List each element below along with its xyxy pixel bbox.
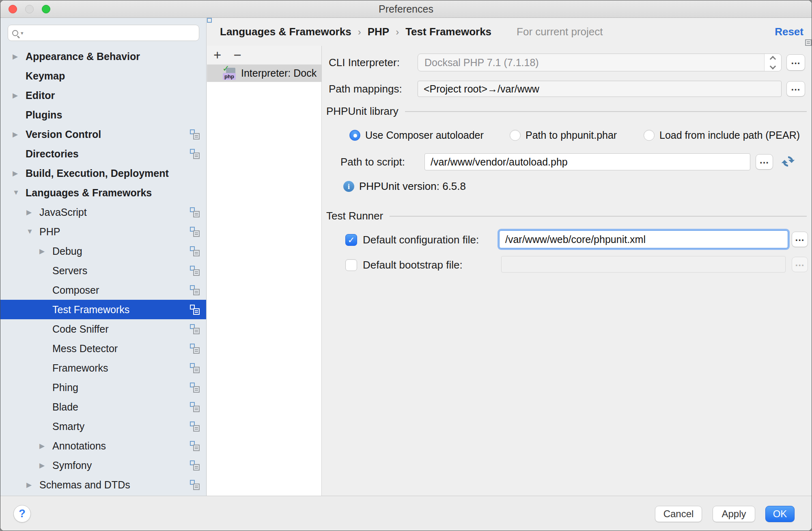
breadcrumb-languages-frameworks[interactable]: Languages & Frameworks [220,26,351,38]
chevron-right-icon[interactable]: ▶ [39,247,52,256]
radio-button-icon[interactable] [510,130,521,141]
default-configuration-browse-button[interactable]: ... [792,232,808,247]
sidebar-item-editor[interactable]: ▶Editor [0,86,206,105]
search-icon [12,30,18,36]
current-project-icon [190,460,200,471]
settings-sidebar: ▾ ▶Appearance & BehaviorKeymap▶EditorPlu… [0,18,207,496]
refresh-icon[interactable] [780,153,796,170]
php-badge: php [223,73,236,80]
chevron-right-icon[interactable]: ▶ [13,169,26,178]
sidebar-item-phing[interactable]: Phing [0,378,206,397]
sidebar-item-label: Debug [52,245,82,257]
chevron-right-icon[interactable]: ▶ [13,91,26,100]
search-box[interactable]: ▾ [8,25,199,41]
default-configuration-checkbox[interactable]: ✓ [345,234,357,246]
path-mappings-label: Path mappings: [329,81,402,97]
sidebar-item-label: Composer [52,284,99,296]
chevron-right-icon[interactable]: ▶ [13,52,26,61]
chevron-right-icon[interactable]: ▶ [39,461,52,470]
sidebar-item-label: Frameworks [52,362,108,374]
radio-button-icon[interactable] [644,130,655,141]
search-options-caret-icon[interactable]: ▾ [21,30,24,36]
path-to-script-input[interactable]: /var/www/vendor/autoload.php [424,153,750,170]
sidebar-item-directories[interactable]: Directories [0,144,206,163]
sidebar-item-label: Test Frameworks [52,304,129,316]
chevron-down-icon[interactable]: ▼ [26,228,39,236]
sidebar-item-label: Editor [26,90,55,101]
sidebar-item-label: Build, Execution, Deployment [26,168,169,179]
sidebar-item-schemas-and-dtds[interactable]: ▶Schemas and DTDs [0,475,206,494]
sidebar-item-mess-detector[interactable]: Mess Detector [0,339,206,358]
interpreter-label: Interpreter: Dock [241,67,317,79]
add-interpreter-button[interactable]: + [213,47,221,63]
sidebar-item-debug[interactable]: ▶Debug [0,241,206,261]
sidebar-item-composer[interactable]: Composer [0,280,206,300]
sidebar-item-languages-frameworks[interactable]: ▼Languages & Frameworks [0,183,206,202]
ok-button[interactable]: OK [765,506,795,522]
path-mappings-field[interactable]: <Project root>→/var/www [418,81,782,97]
cancel-button[interactable]: Cancel [655,506,702,522]
section-divider [390,216,807,217]
cli-interpreter-select[interactable]: Docksal PHP 7.1 (7.1.18) [418,54,782,71]
sidebar-item-label: Phing [52,382,78,393]
default-configuration-input[interactable]: /var/www/web/core/phpunit.xml [499,230,788,248]
scope-indicator: For current project [503,26,603,38]
radio-use-composer-autoloader[interactable]: Use Composer autoloader [349,129,484,141]
window-title: Preferences [0,0,812,18]
apply-button[interactable]: Apply [713,506,755,522]
help-button[interactable]: ? [13,505,31,522]
radio-load-from-include-path[interactable]: Load from include path (PEAR) [644,129,800,141]
sidebar-item-blade[interactable]: Blade [0,397,206,417]
sidebar-item-label: Code Sniffer [52,323,109,335]
interpreter-list-item[interactable]: ✓ php Interpreter: Dock [207,64,321,82]
breadcrumb-separator: › [358,26,361,38]
radio-path-to-phpunit-phar[interactable]: Path to phpunit.phar [510,129,617,141]
sidebar-item-code-sniffer[interactable]: Code Sniffer [0,319,206,339]
sidebar-item-frameworks[interactable]: Frameworks [0,358,206,378]
chevron-down-icon [770,63,776,69]
chevron-down-icon[interactable]: ▼ [13,189,26,197]
sidebar-item-version-control[interactable]: ▶Version Control [0,125,206,144]
sidebar-item-plugins[interactable]: Plugins [0,105,206,125]
radio-label: Load from include path (PEAR) [659,129,800,141]
default-bootstrap-label: Default bootstrap file: [363,259,463,271]
test-frameworks-detail: CLI Interpreter: Docksal PHP 7.1 (7.1.18… [322,46,812,496]
default-bootstrap-browse-button[interactable]: ... [792,257,808,272]
chevron-right-icon[interactable]: ▶ [39,442,52,450]
sidebar-item-smarty[interactable]: Smarty [0,417,206,436]
sidebar-item-annotations[interactable]: ▶Annotations [0,436,206,456]
sidebar-item-javascript[interactable]: ▶JavaScript [0,202,206,222]
sidebar-item-appearance-behavior[interactable]: ▶Appearance & Behavior [0,47,206,66]
test-runner-section-header: Test Runner [326,210,807,222]
reset-link[interactable]: Reset [775,26,803,38]
sidebar-item-label: Symfony [52,460,92,471]
php-interpreter-icon: ✓ php [222,66,239,81]
path-mappings-browse-button[interactable]: ... [786,81,805,97]
default-configuration-label: Default configuration file: [363,234,479,246]
sidebar-item-label: Languages & Frameworks [26,187,152,199]
sidebar-item-build-execution-deployment[interactable]: ▶Build, Execution, Deployment [0,163,206,183]
path-to-script-browse-button[interactable]: ... [756,154,773,170]
sidebar-item-servers[interactable]: Servers [0,261,206,280]
chevron-right-icon[interactable]: ▶ [13,130,26,139]
sidebar-item-php[interactable]: ▼PHP [0,222,206,241]
default-bootstrap-input[interactable] [501,256,786,273]
chevron-right-icon[interactable]: ▶ [26,481,39,489]
search-input[interactable] [25,27,195,39]
current-project-icon [503,27,513,37]
sidebar-item-keymap[interactable]: Keymap [0,66,206,86]
chevron-right-icon[interactable]: ▶ [26,208,39,217]
default-bootstrap-checkbox[interactable] [345,259,357,271]
sidebar-item-symfony[interactable]: ▶Symfony [0,456,206,475]
sidebar-item-test-frameworks[interactable]: Test Frameworks [0,300,206,319]
cli-interpreter-browse-button[interactable]: ... [786,54,805,71]
interpreters-toolbar: + − [207,46,321,64]
sidebar-item-label: Plugins [26,109,62,121]
stepper-control[interactable] [764,54,781,71]
radio-button-icon[interactable] [349,130,360,141]
remove-interpreter-button[interactable]: − [233,47,241,63]
breadcrumb-php[interactable]: PHP [368,26,389,38]
sidebar-item-label: Directories [26,148,79,160]
radio-label: Path to phpunit.phar [526,129,617,141]
current-project-icon [190,129,200,140]
